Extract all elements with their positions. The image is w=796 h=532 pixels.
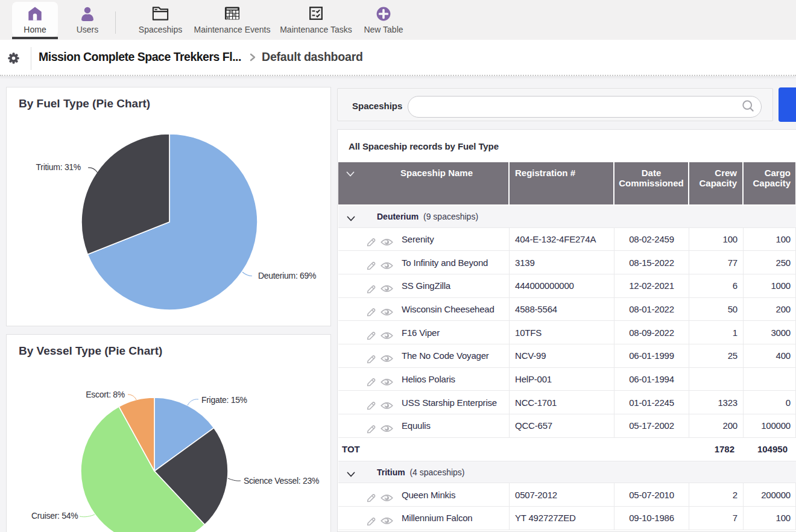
- svg-text:Deuterium: 69%: Deuterium: 69%: [258, 271, 316, 280]
- svg-text:Frigate: 15%: Frigate: 15%: [201, 395, 247, 405]
- svg-text:Escort: 8%: Escort: 8%: [86, 390, 125, 399]
- svg-text:Tritium: 31%: Tritium: 31%: [36, 162, 81, 172]
- svg-text:Science Vessel: 23%: Science Vessel: 23%: [244, 476, 319, 486]
- svg-text:Cruiser: 54%: Cruiser: 54%: [31, 511, 78, 521]
